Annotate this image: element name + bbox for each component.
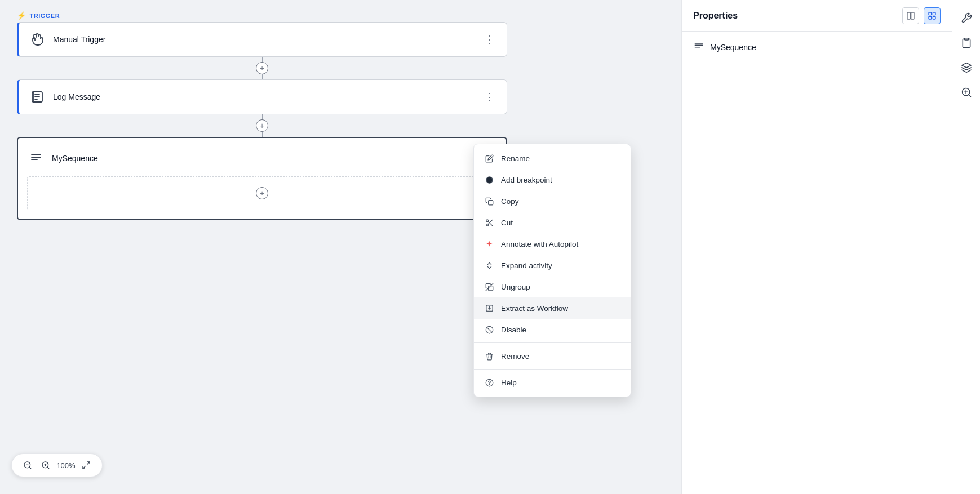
copy-icon bbox=[484, 196, 494, 206]
properties-panel: Properties bbox=[681, 0, 952, 494]
svg-line-8 bbox=[29, 467, 31, 469]
manual-trigger-menu[interactable]: ⋮ bbox=[482, 32, 498, 47]
menu-item-disable[interactable]: Disable bbox=[474, 319, 631, 340]
svg-line-43 bbox=[968, 95, 970, 97]
disable-icon bbox=[484, 324, 494, 335]
menu-item-rename[interactable]: Rename bbox=[474, 148, 631, 169]
menu-separator-2 bbox=[474, 369, 631, 370]
zoom-out-button[interactable] bbox=[20, 457, 36, 473]
sequence-header[interactable]: MySequence bbox=[27, 147, 497, 170]
menu-item-copy[interactable]: Copy bbox=[474, 190, 631, 212]
menu-item-ungroup[interactable]: Ungroup bbox=[474, 276, 631, 297]
svg-line-28 bbox=[487, 327, 492, 332]
expand-icon bbox=[484, 260, 494, 270]
ungroup-icon bbox=[484, 282, 494, 292]
zoom-in-button[interactable] bbox=[38, 457, 54, 473]
panel-header: Properties bbox=[682, 0, 952, 32]
panel-content: MySequence bbox=[682, 32, 952, 494]
zoom-value: 100% bbox=[56, 461, 76, 470]
layout2-button[interactable] bbox=[924, 7, 941, 24]
svg-rect-32 bbox=[911, 12, 914, 19]
sequence-content: + bbox=[27, 176, 497, 210]
hand-icon bbox=[28, 30, 46, 48]
help-icon bbox=[484, 377, 494, 388]
log-message-menu[interactable]: ⋮ bbox=[482, 89, 498, 105]
log-message-node[interactable]: Log Message ⋮ bbox=[17, 79, 507, 114]
toolbar-telescope-button[interactable] bbox=[956, 82, 977, 103]
trash-icon bbox=[484, 351, 494, 361]
menu-item-breakpoint[interactable]: Add breakpoint bbox=[474, 169, 631, 190]
svg-line-22 bbox=[488, 221, 489, 222]
svg-line-14 bbox=[87, 462, 90, 465]
pencil-icon bbox=[484, 153, 494, 163]
panel-header-actions bbox=[902, 7, 941, 24]
bolt-icon: ⚡ bbox=[17, 11, 26, 20]
connector-2: + bbox=[17, 114, 507, 137]
zoom-fit-button[interactable] bbox=[78, 457, 94, 473]
add-node-btn-2[interactable]: + bbox=[256, 119, 268, 132]
seq-add-btn[interactable]: + bbox=[256, 187, 268, 199]
svg-rect-35 bbox=[929, 16, 932, 19]
manual-trigger-node[interactable]: Manual Trigger ⋮ bbox=[17, 22, 507, 57]
node-wrapper: ⚡ TRIGGER Manual Trigger ⋮ + bbox=[17, 11, 513, 220]
side-toolbar bbox=[952, 0, 980, 494]
trigger-label: ⚡ TRIGGER bbox=[17, 11, 60, 20]
menu-item-remove[interactable]: Remove bbox=[474, 345, 631, 367]
zoom-controls: 100% bbox=[11, 453, 103, 477]
toolbar-layers-button[interactable] bbox=[956, 57, 977, 78]
log-message-title: Log Message bbox=[53, 92, 482, 101]
svg-rect-33 bbox=[929, 12, 932, 15]
canvas-area: ⚡ TRIGGER Manual Trigger ⋮ + bbox=[0, 0, 681, 494]
svg-rect-31 bbox=[907, 12, 910, 19]
svg-rect-23 bbox=[488, 286, 493, 290]
menu-separator bbox=[474, 342, 631, 343]
menu-item-annotate[interactable]: ✦ Annotate with Autopilot bbox=[474, 233, 631, 255]
toolbar-wrench-button[interactable] bbox=[956, 8, 977, 28]
scissors-icon bbox=[484, 217, 494, 228]
my-sequence-node[interactable]: MySequence + bbox=[17, 137, 507, 220]
add-node-btn-1[interactable]: + bbox=[256, 62, 268, 74]
svg-line-11 bbox=[47, 467, 49, 469]
my-sequence-title: MySequence bbox=[52, 154, 497, 163]
svg-rect-34 bbox=[933, 12, 935, 15]
connector-1: + bbox=[17, 57, 507, 79]
circle-icon bbox=[484, 175, 494, 185]
menu-item-extract[interactable]: Extract as Workflow bbox=[474, 297, 631, 319]
extract-icon bbox=[484, 303, 494, 313]
sequence-icon bbox=[27, 149, 45, 167]
toolbar-clipboard-button[interactable] bbox=[956, 33, 977, 53]
sequence-panel-icon bbox=[693, 41, 704, 54]
panel-title: Properties bbox=[693, 11, 738, 21]
svg-line-21 bbox=[490, 224, 492, 225]
layout1-button[interactable] bbox=[902, 7, 919, 24]
menu-item-cut[interactable]: Cut bbox=[474, 212, 631, 233]
sequence-label: MySequence bbox=[693, 41, 941, 54]
autopilot-icon: ✦ bbox=[484, 239, 494, 249]
svg-point-16 bbox=[486, 176, 492, 183]
svg-rect-36 bbox=[933, 16, 935, 19]
log-icon bbox=[28, 88, 46, 106]
svg-rect-40 bbox=[964, 38, 968, 40]
menu-item-expand[interactable]: Expand activity bbox=[474, 255, 631, 276]
context-menu: Rename Add breakpoint Copy bbox=[473, 144, 631, 397]
menu-item-help[interactable]: Help bbox=[474, 372, 631, 393]
manual-trigger-title: Manual Trigger bbox=[53, 35, 482, 44]
svg-marker-41 bbox=[961, 63, 971, 68]
svg-rect-17 bbox=[488, 200, 493, 204]
svg-line-15 bbox=[83, 466, 86, 469]
svg-line-24 bbox=[486, 283, 493, 291]
